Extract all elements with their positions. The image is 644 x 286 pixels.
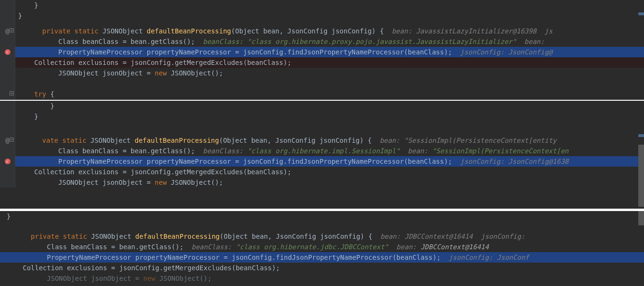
gutter[interactable] bbox=[0, 99, 15, 100]
keyword: new bbox=[143, 275, 155, 282]
breakpoint-verified-icon[interactable] bbox=[5, 49, 10, 55]
code-line-execution-point[interactable]: PropertyNameProcessor propertyNameProces… bbox=[0, 156, 644, 167]
gutter[interactable]: @ bbox=[0, 135, 15, 146]
override-gutter-icon[interactable]: @ bbox=[5, 135, 9, 146]
gutter[interactable] bbox=[0, 146, 15, 156]
gutter[interactable] bbox=[0, 68, 15, 78]
code-line[interactable]: } bbox=[0, 101, 644, 111]
editor-panel-2[interactable]: } } @ vate static JSONObject defaultBean… bbox=[0, 101, 644, 209]
gutter[interactable]: @ bbox=[0, 26, 15, 36]
keyword: new bbox=[155, 179, 167, 186]
code-line[interactable]: PropertyDescriptor[] pds = PropertyUtils… bbox=[0, 99, 644, 100]
blank-line[interactable] bbox=[0, 78, 644, 89]
code-line[interactable]: JSONObject jsonObject = new JSONObject()… bbox=[0, 68, 644, 78]
code-text: PropertyNameProcessor propertyNameProces… bbox=[42, 48, 460, 56]
fold-toggle-icon[interactable] bbox=[10, 138, 14, 142]
keyword: try bbox=[34, 90, 46, 98]
code-line[interactable]: JSONObject jsonObject = new JSONObject()… bbox=[0, 273, 644, 284]
inlay-hint: jsonConfig: JsonConfig@ bbox=[460, 48, 552, 56]
code-line[interactable]: } bbox=[0, 211, 644, 222]
inlay-hint: jsonConfig: JsonConf bbox=[449, 254, 529, 261]
code-text: } bbox=[18, 113, 38, 120]
code-text: JSONObject jsonObject = bbox=[31, 275, 143, 282]
fold-toggle-icon[interactable] bbox=[10, 28, 14, 32]
code-text: PropertyNameProcessor propertyNameProces… bbox=[31, 254, 449, 261]
code-line[interactable]: try { bbox=[0, 89, 644, 99]
code-line-execution-point[interactable]: PropertyNameProcessor propertyNameProces… bbox=[0, 252, 644, 263]
code-text: PropertyNameProcessor propertyNameProces… bbox=[42, 158, 460, 165]
gutter[interactable] bbox=[0, 167, 15, 177]
gutter-breakpoint[interactable] bbox=[0, 47, 15, 57]
code-text: JSONObject(); bbox=[155, 275, 212, 282]
gutter[interactable] bbox=[0, 101, 15, 111]
gutter[interactable] bbox=[0, 36, 15, 47]
gutter[interactable] bbox=[0, 0, 15, 11]
fold-toggle-icon[interactable] bbox=[10, 91, 14, 95]
gutter[interactable] bbox=[0, 177, 15, 188]
code-line[interactable]: } bbox=[0, 0, 644, 11]
code-text: JSONObject(); bbox=[167, 179, 223, 186]
code-text: { bbox=[46, 90, 54, 98]
code-text: JSONObject jsonObject = bbox=[42, 179, 155, 186]
editor-panel-1[interactable]: } } @ private static JSONObject defaultB… bbox=[0, 0, 644, 100]
editor-panel-3[interactable]: } private static JSONObject defaultBeanP… bbox=[0, 211, 644, 286]
code-text: JSONObject(); bbox=[167, 69, 223, 77]
gutter[interactable] bbox=[0, 89, 15, 99]
gutter[interactable] bbox=[0, 11, 15, 21]
breakpoint-verified-icon[interactable] bbox=[5, 159, 10, 164]
gutter-breakpoint[interactable] bbox=[0, 156, 15, 167]
keyword: new bbox=[155, 69, 167, 77]
inlay-hint: jsonConfig: JsonConfig@1638 bbox=[460, 158, 569, 165]
code-text: } bbox=[7, 212, 10, 220]
code-text: } bbox=[18, 1, 38, 9]
gutter[interactable] bbox=[0, 57, 15, 68]
override-gutter-icon[interactable]: @ bbox=[5, 26, 9, 36]
code-line[interactable]: JSONObject jsonObject = new JSONObject()… bbox=[0, 177, 644, 188]
code-text: JSONObject jsonObject = bbox=[42, 69, 155, 77]
gutter bbox=[0, 21, 15, 26]
code-line[interactable]: } bbox=[0, 111, 644, 122]
gutter bbox=[0, 122, 15, 135]
code-line-execution-point[interactable]: PropertyNameProcessor propertyNameProces… bbox=[0, 47, 644, 57]
gutter[interactable] bbox=[0, 111, 15, 122]
gutter[interactable] bbox=[0, 78, 15, 89]
code-text: } bbox=[18, 102, 54, 110]
